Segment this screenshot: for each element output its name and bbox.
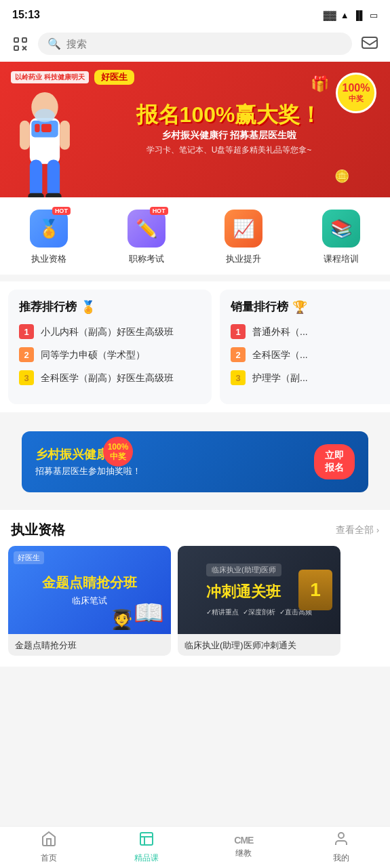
banner-badge: 100% 中奖 [336, 73, 376, 113]
search-bar: 🔍 [0, 27, 390, 62]
quick-item-license[interactable]: 🏅 HOT 执业资格 [30, 210, 68, 265]
hot-badge: HOT [52, 207, 71, 215]
training-icon: 📚 [322, 210, 360, 248]
coin-icon: 🪙 [334, 169, 349, 184]
wifi-icon: ▲ [340, 10, 349, 20]
nav-premium-label: 精品课 [134, 852, 159, 864]
product-img-2: 临床执业(助理)医师 冲刺通关班 ✓精讲重点 ✓深度剖析 ✓直击高频 1 [178, 546, 340, 634]
exam-icon: ✏️ HOT [128, 210, 165, 248]
section-more-license[interactable]: 查看全部 › [336, 524, 379, 536]
svg-point-19 [338, 833, 344, 838]
banner2-button[interactable]: 立即报名 [314, 444, 355, 479]
quick-item-exam[interactable]: ✏️ HOT 职称考试 [128, 210, 165, 265]
ranking-title-1: 推荐排行榜 🏅 [19, 299, 201, 315]
product-label-1: 金题点睛抢分班 [8, 634, 171, 656]
svg-rect-10 [41, 124, 52, 132]
message-icon[interactable] [360, 35, 379, 54]
search-input[interactable] [66, 38, 343, 50]
nav-home-label: 首页 [41, 852, 57, 864]
nav-mine[interactable]: 我的 [292, 827, 390, 868]
status-time: 15:13 [12, 9, 40, 21]
svg-rect-2 [14, 46, 18, 50]
svg-point-17 [35, 109, 55, 123]
status-icons: ▓▓ ▲ ▐▌ ▭ [324, 10, 378, 20]
banner2-wrap[interactable]: 乡村振兴健康行 招募基层医生参加抽奖啦！ 100%中奖 立即报名 [0, 419, 390, 505]
rank-num-3: 3 [19, 370, 34, 385]
premium-icon [138, 831, 155, 850]
sales-icon: 🏆 [292, 300, 307, 315]
main-banner[interactable]: 以岭药业 科技健康明天 好医生 [0, 62, 390, 197]
card2-rank-badge: 1 [298, 570, 332, 610]
product-img-1: 好医生 金题点睛抢分班 临床笔试 📖 🧑‍🎓 [8, 546, 171, 634]
ranking-section: 推荐排行榜 🏅 1 小儿内科（副高）好医生高级班 2 同等学力申硕（学术型） 3… [0, 281, 390, 412]
nav-mine-label: 我的 [333, 852, 349, 864]
quick-item-improve[interactable]: 📈 执业提升 [225, 210, 262, 265]
sales-text-3: 护理学（副... [252, 372, 308, 384]
nav-cme-label: 继教 [235, 848, 252, 859]
card2-tags: ✓精讲重点 ✓深度剖析 ✓直击高频 [206, 608, 312, 617]
quick-label-improve: 执业提升 [226, 253, 261, 265]
banner2-sub: 招募基层医生参加抽奖啦！ [35, 465, 141, 477]
cme-icon: CME [234, 835, 253, 845]
nav-home[interactable]: 首页 [0, 827, 98, 868]
quick-item-training[interactable]: 📚 课程培训 [322, 210, 360, 265]
bottom-nav: 首页 精品课 CME 继教 我的 [0, 826, 390, 868]
home-icon [41, 831, 57, 850]
sales-num-3: 3 [231, 370, 246, 385]
svg-rect-11 [20, 121, 30, 150]
ranking-card-sales: 销量排行榜 🏆 1 普通外科（... 2 全科医学（... 3 护理学（副... [220, 290, 390, 404]
nav-cme[interactable]: CME 继教 [195, 827, 293, 868]
ranking-scroll[interactable]: 推荐排行榜 🏅 1 小儿内科（副高）好医生高级班 2 同等学力申硕（学术型） 3… [0, 281, 390, 412]
logo-tag-2: 好医生 [94, 70, 134, 85]
quick-label-exam: 职称考试 [129, 253, 164, 265]
chevron-right-icon: › [376, 526, 379, 535]
banner-text: 报名100%赢大奖！ 乡村振兴健康行 招募基层医生啦 学习卡、笔记本、U盘等超多… [136, 104, 322, 156]
section-header-license: 执业资格 查看全部 › [0, 510, 390, 546]
signal-icon: ▓▓ [324, 10, 336, 20]
product-label-2: 临床执业(助理)医师冲刺通关 [178, 634, 340, 656]
product-grid-license: 好医生 金题点睛抢分班 临床笔试 📖 🧑‍🎓 金题点睛抢分班 临床执业(助理) [0, 546, 390, 667]
banner-desc: 学习卡、笔记本、U盘等超多精美礼品等您拿~ [136, 144, 322, 156]
rank-text-2: 同等学力申硕（学术型） [41, 349, 145, 361]
svg-rect-5 [362, 37, 377, 48]
doctor-figure [11, 89, 79, 197]
sales-text-2: 全科医学（... [252, 349, 308, 361]
sales-item-2[interactable]: 2 全科医学（... [231, 347, 390, 362]
ranking-item-3[interactable]: 3 全科医学（副高）好医生高级班 [19, 370, 201, 385]
sales-item-1[interactable]: 1 普通外科（... [231, 324, 390, 339]
svg-rect-16 [45, 193, 61, 197]
mine-icon [333, 831, 349, 850]
banner-sub-text: 乡村振兴健康行 招募基层医生啦 [136, 130, 322, 142]
svg-rect-9 [35, 124, 39, 132]
banner2[interactable]: 乡村振兴健康行 招募基层医生参加抽奖啦！ 100%中奖 立即报名 [22, 431, 368, 492]
rank-num-2: 2 [19, 347, 34, 362]
hot-badge-2: HOT [150, 207, 168, 215]
rank-text-1: 小儿内科（副高）好医生高级班 [41, 326, 174, 338]
section-title-license: 执业资格 [11, 521, 65, 539]
ranking-item-2[interactable]: 2 同等学力申硕（学术型） [19, 347, 201, 362]
product-card-2[interactable]: 临床执业(助理)医师 冲刺通关班 ✓精讲重点 ✓深度剖析 ✓直击高频 1 临床执… [178, 546, 340, 656]
svg-rect-13 [30, 160, 42, 197]
improve-icon: 📈 [225, 210, 262, 248]
book-icon: 📖 [134, 599, 164, 627]
sales-item-3[interactable]: 3 护理学（副... [231, 370, 390, 385]
svg-rect-15 [28, 193, 43, 197]
card1-text: 金题点睛抢分班 临床笔试 [35, 567, 144, 614]
nav-premium[interactable]: 精品课 [98, 827, 195, 868]
ranking-card-recommend: 推荐排行榜 🏅 1 小儿内科（副高）好医生高级班 2 同等学力申硕（学术型） 3… [8, 290, 212, 404]
svg-rect-18 [140, 833, 153, 845]
search-box[interactable]: 🔍 [38, 33, 352, 55]
quick-label-training: 课程培训 [324, 253, 359, 265]
ranking-item-1[interactable]: 1 小儿内科（副高）好医生高级班 [19, 324, 201, 339]
svg-rect-1 [22, 38, 26, 42]
ranking-title-2: 销量排行榜 🏆 [231, 299, 390, 315]
rank-num-1: 1 [19, 324, 34, 339]
product-card-1[interactable]: 好医生 金题点睛抢分班 临床笔试 📖 🧑‍🎓 金题点睛抢分班 [8, 546, 171, 656]
logo-tag-1: 以岭药业 科技健康明天 [11, 71, 89, 83]
scan-icon[interactable] [11, 35, 30, 54]
banner-main-text: 报名100%赢大奖！ [136, 104, 322, 125]
banner-logos: 以岭药业 科技健康明天 好医生 [11, 70, 134, 85]
quick-icons-section: 🏅 HOT 执业资格 ✏️ HOT 职称考试 📈 执业提升 📚 课程培训 [0, 197, 390, 275]
svg-rect-0 [14, 38, 18, 42]
card1-logo-tag: 好医生 [14, 551, 44, 564]
